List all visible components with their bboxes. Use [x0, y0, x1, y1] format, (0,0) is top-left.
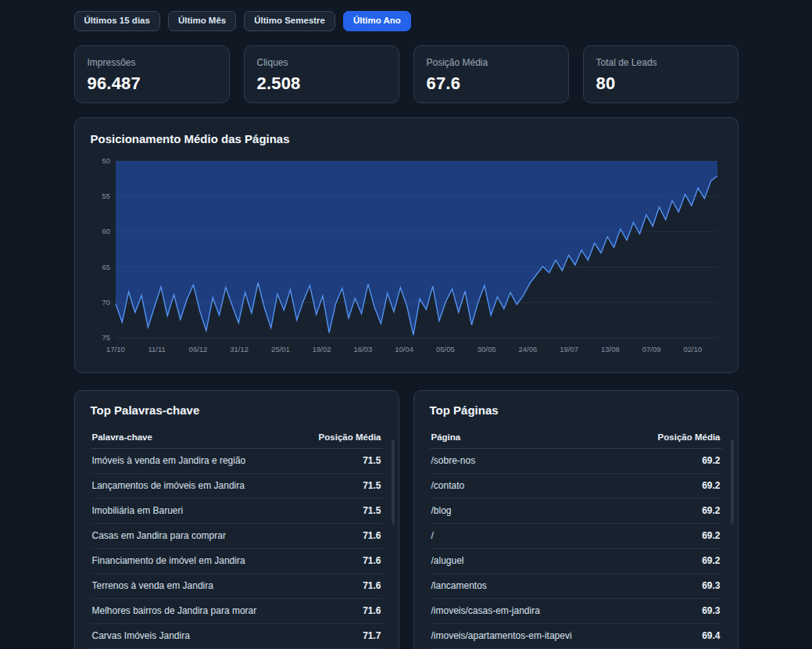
stat-label: Impressões — [88, 57, 216, 68]
x-tick-label: 10/04 — [395, 345, 413, 353]
row-label: Terrenos à venda em Jandira — [91, 573, 301, 598]
x-tick-label: 02/10 — [683, 345, 702, 353]
row-label: Melhores bairros de Jandira para morar — [91, 598, 301, 623]
stat-card-0: Impressões96.487 — [74, 45, 230, 103]
keywords-table: Palavra-chave Posição Média Imóveis à ve… — [91, 426, 383, 649]
chart-svg: 50556065707517/1011/1106/1231/1225/0119/… — [91, 156, 721, 361]
filter-button-2[interactable]: Último Semestre — [244, 11, 335, 31]
row-value: 69.4 — [630, 623, 721, 648]
x-tick-label: 19/02 — [312, 345, 331, 353]
row-value: 71.6 — [300, 548, 382, 573]
y-tick-label: 70 — [102, 297, 110, 306]
column-header: Palavra-chave — [91, 426, 301, 449]
table-row[interactable]: /imoveis/casas-em-jandira69.3 — [430, 598, 722, 623]
stat-card-2: Posição Média67.6 — [413, 45, 569, 103]
table-row[interactable]: Financiamento de imóvel em Jandira71.6 — [91, 548, 383, 573]
row-value: 69.2 — [630, 498, 721, 523]
row-value: 71.5 — [300, 473, 382, 498]
row-label: Financiamento de imóvel em Jandira — [91, 548, 301, 573]
x-tick-label: 16/03 — [353, 345, 372, 353]
table-card-keywords: Top Palavras-chave Palavra-chave Posição… — [74, 390, 399, 649]
stats-row: Impressões96.487Cliques2.508Posição Médi… — [74, 45, 739, 103]
dashboard-page: Últimos 15 diasÚltimo MêsÚltimo Semestre… — [74, 0, 739, 649]
chart-title: Posicionamento Médio das Páginas — [91, 132, 722, 145]
stat-value: 96.487 — [88, 74, 216, 94]
table-row[interactable]: /aluguel69.2 — [430, 548, 722, 573]
table-row[interactable]: Imóveis à venda em Jandira e região71.5 — [91, 448, 383, 473]
column-header: Posição Média — [630, 426, 721, 449]
table-scrollbar-thumb[interactable] — [731, 439, 734, 524]
table-row[interactable]: /contato69.2 — [430, 473, 722, 498]
row-label: Imobiliária em Barueri — [91, 498, 301, 523]
table-card-pages: Top Páginas Página Posição Média /sobre-… — [413, 390, 739, 649]
row-value: 71.7 — [300, 623, 382, 648]
table-title: Top Páginas — [430, 403, 722, 417]
table-row[interactable]: /imoveis/apartamentos-em-itapevi69.4 — [430, 623, 722, 648]
row-label: /contato — [430, 473, 631, 498]
row-value: 71.6 — [300, 523, 382, 548]
stat-value: 2.508 — [257, 74, 386, 94]
x-tick-label: 05/05 — [436, 345, 455, 353]
y-tick-label: 65 — [102, 262, 110, 271]
table-row[interactable]: Carvas Imóveis Jandira71.7 — [91, 623, 383, 648]
tables-row: Top Palavras-chave Palavra-chave Posição… — [74, 390, 739, 649]
filter-button-1[interactable]: Último Mês — [168, 11, 236, 31]
row-label: /sobre-nos — [430, 448, 631, 473]
table-row[interactable]: /sobre-nos69.2 — [430, 448, 722, 473]
table-row[interactable]: /lancamentos69.3 — [430, 573, 722, 598]
row-label: / — [430, 523, 631, 548]
stat-label: Posição Média — [427, 57, 556, 68]
row-label: /aluguel — [430, 548, 631, 573]
filter-button-0[interactable]: Últimos 15 dias — [74, 11, 160, 31]
x-tick-label: 06/12 — [188, 345, 207, 353]
x-tick-label: 25/01 — [271, 345, 290, 353]
stat-card-3: Total de Leads80 — [583, 45, 739, 103]
chart-card: Posicionamento Médio das Páginas 5055606… — [74, 117, 739, 373]
x-tick-label: 24/06 — [518, 345, 537, 353]
stat-card-1: Cliques2.508 — [244, 45, 399, 103]
column-header: Posição Média — [300, 426, 382, 449]
table-title: Top Palavras-chave — [91, 403, 383, 417]
row-label: Casas em Jandira para comprar — [91, 523, 301, 548]
table-row[interactable]: /69.2 — [430, 523, 722, 548]
row-value: 69.2 — [630, 548, 721, 573]
row-label: /blog — [430, 498, 631, 523]
row-label: Imóveis à venda em Jandira e região — [91, 448, 301, 473]
x-tick-label: 07/09 — [642, 345, 660, 353]
chart-area-fill — [116, 161, 717, 335]
filter-button-3[interactable]: Último Ano — [343, 11, 411, 31]
x-tick-label: 30/05 — [477, 345, 495, 353]
pages-table: Página Posição Média /sobre-nos69.2/cont… — [430, 426, 722, 649]
stat-label: Cliques — [257, 57, 386, 68]
table-row[interactable]: Terrenos à venda em Jandira71.6 — [91, 573, 383, 598]
row-value: 69.2 — [630, 523, 721, 548]
row-value: 71.5 — [300, 498, 382, 523]
row-value: 71.5 — [300, 448, 382, 473]
row-value: 69.2 — [630, 448, 721, 473]
x-tick-label: 17/10 — [106, 345, 125, 353]
row-label: Lançamentos de imóveis em Jandira — [91, 473, 301, 498]
row-label: Carvas Imóveis Jandira — [91, 623, 301, 648]
table-scrollbar-thumb[interactable] — [392, 439, 395, 524]
table-row[interactable]: Melhores bairros de Jandira para morar71… — [91, 598, 383, 623]
table-row[interactable]: Imobiliária em Barueri71.5 — [91, 498, 383, 523]
x-tick-label: 31/12 — [230, 345, 249, 353]
column-header: Página — [430, 426, 631, 449]
table-row[interactable]: Lançamentos de imóveis em Jandira71.5 — [91, 473, 383, 498]
y-tick-label: 55 — [102, 192, 110, 200]
stat-value: 67.6 — [427, 74, 556, 94]
row-value: 69.3 — [630, 598, 721, 623]
x-tick-label: 19/07 — [560, 345, 578, 353]
row-label: /imoveis/apartamentos-em-itapevi — [430, 623, 631, 648]
filter-bar: Últimos 15 diasÚltimo MêsÚltimo Semestre… — [74, 11, 739, 31]
row-label: /imoveis/casas-em-jandira — [430, 598, 631, 623]
y-tick-label: 75 — [102, 333, 110, 342]
x-tick-label: 11/11 — [148, 345, 165, 353]
stat-value: 80 — [596, 74, 725, 94]
table-row[interactable]: /blog69.2 — [430, 498, 722, 523]
stat-label: Total de Leads — [596, 57, 725, 68]
table-row[interactable]: Casas em Jandira para comprar71.6 — [91, 523, 383, 548]
y-tick-label: 60 — [102, 227, 110, 235]
row-value: 71.6 — [300, 573, 382, 598]
row-value: 69.2 — [630, 473, 721, 498]
